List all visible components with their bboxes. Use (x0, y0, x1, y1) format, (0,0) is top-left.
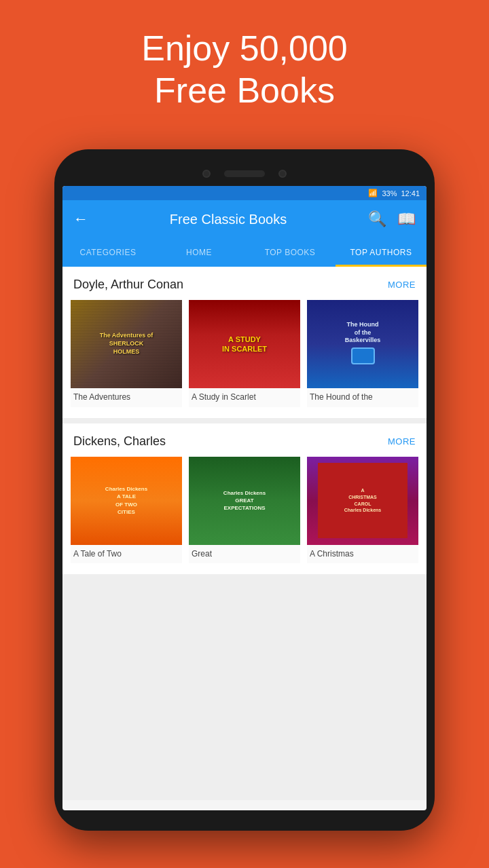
bluetooth-icon: 📶 (368, 189, 378, 197)
cover-bg-sherlock: The Adventures ofSHERLOCKHOLMES (71, 300, 182, 388)
phone-screen: 📶 33% 12:41 ← Free Classic Books 🔍 📖 CAT… (62, 186, 427, 810)
time: 12:41 (401, 189, 420, 197)
sensor (278, 170, 287, 178)
cover-bg-christmas: ACHRISTMASCAROLCharles Dickens (307, 457, 418, 545)
cover-text-christmas: ACHRISTMASCAROLCharles Dickens (342, 485, 383, 516)
book-title-christmas: A Christmas (307, 545, 418, 564)
author-header-dickens: Dickens, Charles MORE (62, 423, 427, 457)
books-row-dickens: Charles DickensA TALEOF TWOCITIES A Tale… (62, 457, 427, 575)
tab-home[interactable]: HOME (153, 238, 244, 267)
author-name-doyle: Doyle, Arthur Conan (73, 278, 183, 292)
cover-bg-hound: The Houndof theBaskervilles (307, 300, 418, 388)
book-item-great[interactable]: Charles DickensGREATEXPECTATIONS Great (189, 457, 300, 564)
more-link-dickens[interactable]: MORE (388, 436, 416, 447)
book-item-christmas[interactable]: ACHRISTMASCAROLCharles Dickens A Christm… (307, 457, 418, 564)
book-cover-hound: The Houndof theBaskervilles (307, 300, 418, 388)
book-item-hound[interactable]: The Houndof theBaskervilles The Hound of… (307, 300, 418, 407)
book-title-scarlet: A Study in Scarlet (189, 388, 300, 407)
author-section-dickens: Dickens, Charles MORE Charles DickensA T… (62, 423, 427, 575)
cover-inner-christmas: ACHRISTMASCAROLCharles Dickens (318, 463, 407, 538)
cover-text-scarlet: A STUDYIN SCARLET (219, 332, 270, 357)
book-item-sherlock[interactable]: The Adventures ofSHERLOCKHOLMES The Adve… (71, 300, 182, 407)
book-title-hound: The Hound of the (307, 388, 418, 407)
book-title-great: Great (189, 545, 300, 564)
more-link-doyle[interactable]: MORE (388, 280, 416, 290)
cover-text-hound: The Houndof theBaskervilles (345, 321, 381, 345)
library-button[interactable]: 📖 (397, 210, 416, 228)
book-cover-great: Charles DickensGREATEXPECTATIONS (189, 457, 300, 545)
status-bar: 📶 33% 12:41 (62, 186, 427, 200)
cover-text-sherlock: The Adventures ofSHERLOCKHOLMES (97, 329, 156, 358)
book-title-tale: A Tale of Two (71, 545, 182, 564)
book-title-sherlock: The Adventures (71, 388, 182, 407)
hero-text: Enjoy 50,000 Free Books (0, 0, 489, 126)
cover-bg-tale: Charles DickensA TALEOF TWOCITIES (71, 457, 182, 545)
books-row-doyle: The Adventures ofSHERLOCKHOLMES The Adve… (62, 300, 427, 418)
author-section-doyle: Doyle, Arthur Conan MORE The Adventures … (62, 267, 427, 418)
tab-top-books[interactable]: TOP BOOKS (244, 238, 336, 267)
battery-percentage: 33% (382, 189, 397, 197)
tab-categories[interactable]: CATEGORIES (62, 238, 153, 267)
content-area: Doyle, Arthur Conan MORE The Adventures … (62, 267, 427, 800)
hound-emblem (351, 347, 375, 364)
back-button[interactable]: ← (73, 210, 88, 228)
book-cover-christmas: ACHRISTMASCAROLCharles Dickens (307, 457, 418, 545)
hero-line1: Enjoy 50,000 (141, 29, 348, 68)
speaker (224, 170, 265, 177)
cover-text-great: Charles DickensGREATEXPECTATIONS (223, 489, 266, 512)
front-camera (202, 170, 211, 178)
book-cover-scarlet: A STUDYIN SCARLET (189, 300, 300, 388)
cover-text-tale: Charles DickensA TALEOF TWOCITIES (103, 483, 150, 518)
app-title: Free Classic Books (99, 212, 357, 227)
phone-frame: 📶 33% 12:41 ← Free Classic Books 🔍 📖 CAT… (54, 149, 435, 831)
book-item-scarlet[interactable]: A STUDYIN SCARLET A Study in Scarlet (189, 300, 300, 407)
book-cover-tale: Charles DickensA TALEOF TWOCITIES (71, 457, 182, 545)
book-item-tale[interactable]: Charles DickensA TALEOF TWOCITIES A Tale… (71, 457, 182, 564)
author-name-dickens: Dickens, Charles (73, 434, 166, 449)
author-header-doyle: Doyle, Arthur Conan MORE (62, 267, 427, 300)
search-button[interactable]: 🔍 (368, 210, 386, 228)
phone-top-bar (62, 170, 427, 178)
cover-bg-great: Charles DickensGREATEXPECTATIONS (189, 457, 300, 545)
app-bar: ← Free Classic Books 🔍 📖 (62, 200, 427, 238)
tabs-bar: CATEGORIES HOME TOP BOOKS TOP AUTHORS (62, 238, 427, 267)
hero-line2: Free Books (154, 71, 335, 110)
tab-top-authors[interactable]: TOP AUTHORS (336, 238, 427, 267)
cover-bg-scarlet: A STUDYIN SCARLET (189, 300, 300, 388)
book-cover-sherlock: The Adventures ofSHERLOCKHOLMES (71, 300, 182, 388)
